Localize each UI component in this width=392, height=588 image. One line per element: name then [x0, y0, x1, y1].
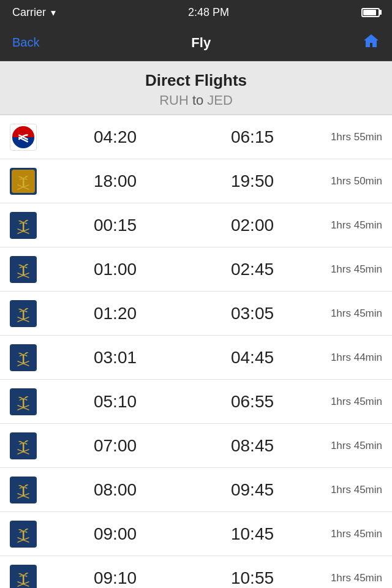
route-dest: JED: [207, 92, 233, 108]
departure-time: 01:00: [81, 260, 149, 279]
flight-row[interactable]: 18:00 19:50 1hrs 50min: [0, 159, 392, 203]
airline-logo-saudia: [10, 256, 37, 283]
svg-rect-38: [23, 575, 24, 584]
airline-logo-saudia: [10, 565, 37, 589]
departure-time: 04:20: [81, 127, 149, 147]
flight-duration: 1hrs 45min: [321, 440, 382, 452]
flight-duration: 1hrs 45min: [321, 307, 382, 320]
flight-times: 09:10 10:55: [47, 568, 321, 588]
time-label: 2:48 PM: [188, 6, 229, 19]
route-to-word: to: [192, 92, 203, 108]
arrival-time: 10:55: [219, 568, 286, 588]
back-button[interactable]: Back: [12, 36, 39, 50]
departure-time: 18:00: [81, 172, 149, 191]
flight-times: 05:10 06:55: [47, 392, 321, 412]
airline-logo-saudia: [10, 432, 37, 459]
flight-times: 18:00 19:50: [47, 172, 321, 191]
svg-rect-18: [23, 354, 24, 363]
status-bar: Carrier ▾ 2:48 PM: [0, 0, 392, 24]
flights-list: 04:20 06:15 1hrs 55min 18:00 19:50 1hrs …: [0, 115, 392, 588]
airline-logo-saudia: [10, 300, 37, 327]
flight-row[interactable]: 03:01 04:45 1hrs 44min: [0, 336, 392, 380]
arrival-time: 02:00: [219, 216, 286, 235]
flight-duration: 1hrs 45min: [321, 219, 382, 232]
svg-rect-30: [23, 486, 24, 496]
airline-logo-saudia: [10, 477, 37, 503]
flight-row[interactable]: 00:15 02:00 1hrs 45min: [0, 203, 392, 247]
flight-duration: 1hrs 45min: [321, 396, 382, 408]
flight-duration: 1hrs 50min: [321, 175, 382, 187]
battery-icon: [361, 8, 380, 17]
flight-row[interactable]: 08:00 09:45 1hrs 45min: [0, 468, 392, 512]
flight-row[interactable]: 09:10 10:55 1hrs 45min: [0, 556, 392, 588]
departure-time: 07:00: [81, 436, 149, 456]
home-icon[interactable]: [363, 33, 380, 53]
svg-rect-22: [23, 398, 24, 407]
departure-time: 09:00: [81, 524, 149, 544]
flight-duration: 1hrs 55min: [321, 131, 382, 143]
arrival-time: 09:45: [219, 480, 286, 500]
svg-rect-10: [23, 266, 24, 275]
arrival-time: 06:15: [219, 127, 286, 147]
flight-times: 08:00 09:45: [47, 480, 321, 500]
arrival-time: 06:55: [219, 392, 286, 412]
departure-time: 03:01: [81, 348, 149, 368]
header-section: Direct Flights RUH to JED: [0, 61, 392, 115]
route-from: RUH: [159, 92, 189, 108]
airline-logo-saudia: [10, 168, 37, 195]
airline-logo-saudia: [10, 212, 37, 239]
flight-row[interactable]: 04:20 06:15 1hrs 55min: [0, 115, 392, 159]
nav-bar: Back Fly: [0, 24, 392, 61]
departure-time: 00:15: [81, 216, 149, 235]
flight-row[interactable]: 05:10 06:55 1hrs 45min: [0, 380, 392, 424]
flight-row[interactable]: 07:00 08:45 1hrs 45min: [0, 424, 392, 468]
svg-rect-34: [23, 530, 24, 540]
flight-times: 07:00 08:45: [47, 436, 321, 456]
flight-duration: 1hrs 44min: [321, 352, 382, 364]
flight-duration: 1hrs 45min: [321, 484, 382, 496]
arrival-time: 02:45: [219, 260, 286, 279]
arrival-time: 08:45: [219, 436, 286, 456]
flight-times: 04:20 06:15: [47, 127, 321, 147]
svg-rect-14: [23, 310, 24, 319]
status-left: Carrier ▾: [12, 6, 56, 19]
flight-duration: 1hrs 45min: [321, 528, 382, 540]
flight-times: 00:15 02:00: [47, 216, 321, 235]
arrival-time: 04:45: [219, 348, 286, 368]
airline-logo-saudia: [10, 344, 37, 371]
departure-time: 01:20: [81, 304, 149, 323]
flight-duration: 1hrs 45min: [321, 263, 382, 276]
departure-time: 08:00: [81, 480, 149, 500]
header-title: Direct Flights: [0, 71, 392, 90]
carrier-label: Carrier: [12, 6, 46, 19]
svg-rect-26: [23, 442, 24, 451]
flight-times: 01:20 03:05: [47, 304, 321, 323]
flight-row[interactable]: 01:20 03:05 1hrs 45min: [0, 292, 392, 336]
departure-time: 05:10: [81, 392, 149, 412]
arrival-time: 19:50: [219, 172, 286, 191]
nav-title: Fly: [191, 35, 211, 51]
airline-logo-saudia: [10, 521, 37, 548]
departure-time: 09:10: [81, 568, 149, 588]
airline-logo-korean: [10, 124, 37, 151]
header-route: RUH to JED: [0, 92, 392, 108]
flight-row[interactable]: 09:00 10:45 1hrs 45min: [0, 512, 392, 556]
flight-times: 09:00 10:45: [47, 524, 321, 544]
flight-times: 03:01 04:45: [47, 348, 321, 368]
flight-duration: 1hrs 45min: [321, 572, 382, 584]
flight-times: 01:00 02:45: [47, 260, 321, 279]
airline-logo-saudia: [10, 388, 37, 415]
svg-rect-2: [23, 178, 24, 187]
arrival-time: 03:05: [219, 304, 286, 323]
wifi-icon: ▾: [51, 7, 56, 18]
flight-row[interactable]: 01:00 02:45 1hrs 45min: [0, 247, 392, 292]
svg-rect-6: [23, 222, 24, 231]
arrival-time: 10:45: [219, 524, 286, 544]
